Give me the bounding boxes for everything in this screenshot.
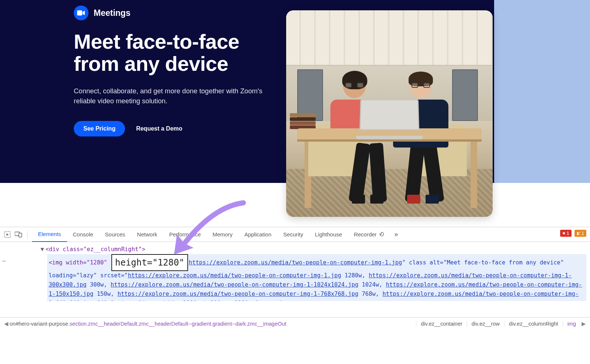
tab-network[interactable]: Network <box>131 227 163 242</box>
breadcrumb-seg-row[interactable]: div.ez__row <box>467 321 504 327</box>
hero-light-bg <box>494 0 590 183</box>
inspect-icon[interactable] <box>4 231 11 238</box>
src-link-1[interactable]: https://explore.zoom.us/media/two-people… <box>189 259 402 266</box>
svg-rect-0 <box>77 10 82 15</box>
tab-recorder[interactable]: Recorder <box>348 227 391 242</box>
hero-image <box>286 10 493 217</box>
hero-section: Meetings Meet face-to-face from any devi… <box>0 0 590 227</box>
dom-breadcrumb: ◀ on#hero-variant-purpose.section.zmc__h… <box>0 317 590 330</box>
error-badge[interactable]: 1 <box>560 230 572 237</box>
src-link-4[interactable]: https://explore.zoom.us/media/two-people… <box>111 281 358 288</box>
hero-actions: See Pricing Request a Demo <box>74 121 280 136</box>
hero-subtitle: Connect, collaborate, and get more done … <box>74 86 266 106</box>
elements-tree[interactable]: ⋯ ▼<div class="ez__columnRight"> <img wi… <box>0 242 590 301</box>
tab-application[interactable]: Application <box>239 227 277 242</box>
breadcrumb-seg-container[interactable]: div.ez__container <box>416 321 467 327</box>
tab-performance[interactable]: Performance <box>163 227 207 242</box>
brand: Meetings <box>74 6 280 20</box>
tab-console[interactable]: Console <box>67 227 99 242</box>
see-pricing-button[interactable]: See Pricing <box>74 121 125 136</box>
tab-elements[interactable]: Elements <box>32 227 67 242</box>
warning-badge[interactable]: 1 <box>575 230 586 237</box>
src-link-2[interactable]: https://explore.zoom.us/media/two-people… <box>128 272 341 279</box>
device-toggle-icon[interactable] <box>15 231 22 238</box>
tab-memory[interactable]: Memory <box>207 227 239 242</box>
breadcrumb-seg-colright[interactable]: div.ez__columnRight <box>504 321 563 327</box>
brand-label: Meetings <box>94 8 131 18</box>
devtools-panel: Elements Console Sources Network Perform… <box>0 227 590 317</box>
src-link-6[interactable]: https://explore.zoom.us/media/two-people… <box>118 291 358 297</box>
height-highlight: height="1280" <box>111 254 188 271</box>
hero-content: Meetings Meet face-to-face from any devi… <box>74 6 280 136</box>
tab-sources[interactable]: Sources <box>99 227 131 242</box>
svg-rect-3 <box>19 233 22 237</box>
hero-title: Meet face-to-face from any device <box>74 31 280 75</box>
tabs-overflow[interactable]: » <box>391 230 402 238</box>
tab-lighthouse[interactable]: Lighthouse <box>309 227 348 242</box>
request-demo-link[interactable]: Request a Demo <box>136 125 182 132</box>
breadcrumb-next[interactable]: ▶ <box>580 321 587 327</box>
overflow-dots[interactable]: ⋯ <box>2 257 6 266</box>
breadcrumb-classes[interactable]: .section.zmc__headerDefault.zmc__headerD… <box>68 321 287 327</box>
breadcrumb-seg-img[interactable]: img <box>563 321 580 327</box>
devtools-tabs: Elements Console Sources Network Perform… <box>0 227 590 242</box>
tab-security[interactable]: Security <box>277 227 309 242</box>
breadcrumb-root[interactable]: on#hero-variant-purpose <box>10 321 68 327</box>
video-icon <box>74 6 88 20</box>
breadcrumb-prev[interactable]: ◀ <box>3 321 10 327</box>
